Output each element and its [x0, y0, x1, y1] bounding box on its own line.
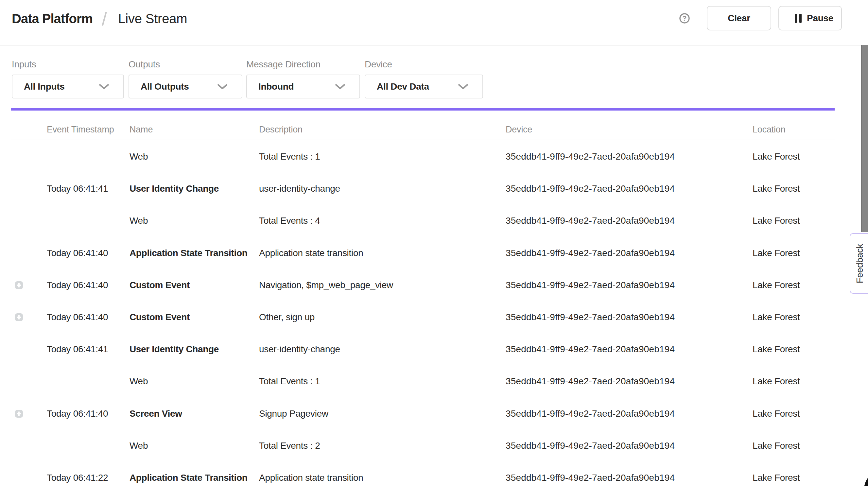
- svg-text:?: ?: [683, 14, 687, 22]
